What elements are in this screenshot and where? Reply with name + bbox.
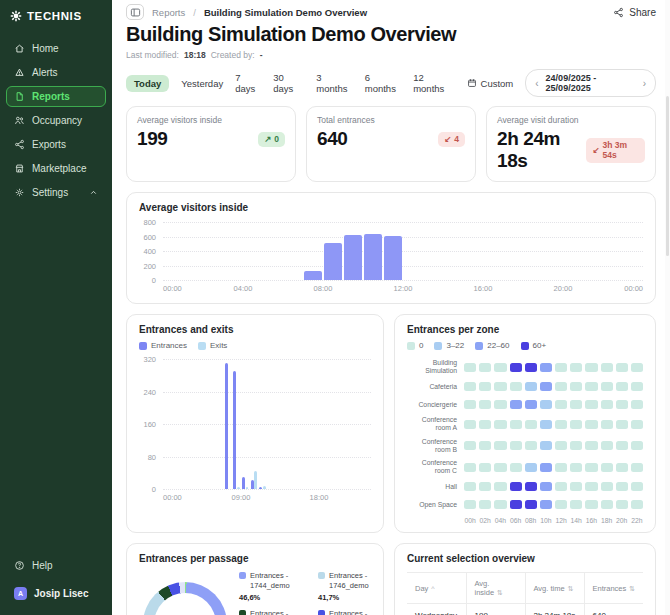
heatmap-cell	[616, 382, 628, 391]
passage-legend-item: Entrances - 1744_demo46,6%	[239, 571, 308, 602]
sort-asc-icon: ^	[431, 585, 434, 592]
alert-icon	[14, 67, 25, 78]
sidebar-footer: Help A Josip Lisec	[0, 555, 112, 605]
heatmap-cells	[464, 400, 643, 409]
legend-item[interactable]: 3–22	[434, 341, 464, 350]
heatmap-cells	[464, 500, 643, 509]
heatmap-cell	[494, 482, 506, 491]
heatmap-cell	[555, 482, 567, 491]
legend-swatch	[239, 572, 246, 579]
sidebar-item-reports[interactable]: Reports	[6, 86, 106, 107]
filter-yesterday[interactable]: Yesterday	[181, 78, 223, 89]
kpi-label: Average visit duration	[497, 115, 645, 125]
heatmap-cell	[479, 420, 491, 429]
heatmap-row: Conciergerie	[407, 398, 643, 411]
filter-3-months[interactable]: 3 months	[316, 72, 352, 94]
heatmap-cell	[525, 482, 537, 491]
page-scrollbar	[665, 0, 670, 615]
filter-today[interactable]: Today	[126, 75, 169, 92]
filter-12-months[interactable]: 12 months	[413, 72, 454, 94]
col-header-avg-time[interactable]: Avg. time⇅	[525, 573, 584, 604]
legend-swatch	[318, 572, 325, 579]
sidebar-toggle-button[interactable]	[126, 4, 144, 20]
y-tick-label: 240	[143, 387, 156, 396]
heatmap-cell	[631, 363, 643, 372]
filter-7-days[interactable]: 7 days	[235, 72, 261, 94]
hour-label: 04h	[494, 517, 506, 524]
passage-legend-row: Entrances - 1746_demo	[318, 571, 387, 591]
sidebar-item-marketplace[interactable]: Marketplace	[6, 158, 106, 179]
hour-label: 06h	[510, 517, 522, 524]
col-header-day[interactable]: Day^	[407, 573, 466, 604]
heatmap-cell	[616, 363, 628, 372]
zone-label: Open Space	[407, 501, 464, 509]
donut-ring: 1373	[143, 582, 227, 615]
page-scrollbar-thumb[interactable]	[666, 96, 669, 256]
y-tick-label: 200	[143, 261, 156, 270]
gridline	[163, 457, 371, 458]
bar	[242, 477, 245, 489]
sidebar-item-alerts[interactable]: Alerts	[6, 62, 106, 83]
prev-chevron-icon[interactable]: ‹	[535, 78, 538, 89]
bar	[259, 487, 262, 489]
filter-6-months[interactable]: 6 months	[365, 72, 401, 94]
heatmap-cell	[570, 400, 582, 409]
page-title: Building Simulation Demo Overview	[126, 23, 656, 46]
heatmap-row: Building Simulation	[407, 359, 643, 375]
heatmap-cell	[585, 463, 597, 472]
sidebar-item-label: Alerts	[32, 67, 58, 78]
legend-label: Entrances - 1746_demo	[329, 571, 387, 591]
next-chevron-icon[interactable]: ›	[643, 78, 646, 89]
kpi-value: 2h 24m 18s	[497, 128, 586, 172]
heatmap-cell	[631, 500, 643, 509]
avg-visitors-card: Average visitors inside 8006004002000 00…	[126, 192, 656, 304]
bar	[344, 235, 362, 280]
legend-item[interactable]: 22–60	[475, 341, 509, 350]
heatmap-cell	[631, 382, 643, 391]
filter-30-days[interactable]: 30 days	[273, 72, 304, 94]
kpi-delta: 3h 3m 54s	[603, 140, 639, 160]
sidebar-item-exports[interactable]: Exports	[6, 134, 106, 155]
heatmap-row: Cafeteria	[407, 380, 643, 393]
sidebar-item-home[interactable]: Home	[6, 38, 106, 59]
kpi-average-duration: Average visit duration 2h 24m 18s ↙3h 3m…	[486, 106, 656, 182]
gridline	[163, 359, 371, 360]
legend-swatch	[318, 610, 325, 615]
breadcrumb-section[interactable]: Reports	[152, 7, 185, 18]
zone-label: Conference room A	[407, 416, 464, 432]
trend-up-icon: ↗	[264, 134, 271, 144]
heatmap-cells	[464, 482, 643, 491]
sidebar-user[interactable]: A Josip Lisec	[6, 582, 106, 605]
sidebar-item-occupancy[interactable]: Occupancy	[6, 110, 106, 131]
sidebar-item-settings[interactable]: Settings	[6, 182, 106, 203]
col-header-avg-inside[interactable]: Avg. inside⇅	[466, 573, 525, 604]
filter-custom[interactable]: Custom	[467, 78, 514, 89]
bottom-row: Entrances per passage 1373 Entrances - 1…	[126, 543, 656, 615]
selection-table: Day^ Avg. inside⇅ Avg. time⇅ Entrances⇅ …	[407, 572, 643, 615]
app-window: TECHNIS Home Alerts Reports Occupancy Ex…	[0, 0, 670, 615]
legend-item[interactable]: 0	[407, 341, 423, 350]
col-header-entrances[interactable]: Entrances⇅	[584, 573, 643, 604]
date-range-picker[interactable]: ‹ 24/09/2025 - 25/09/2025 ›	[525, 69, 656, 97]
legend-item[interactable]: Entrances	[139, 341, 187, 350]
heatmap-cell	[494, 463, 506, 472]
kpi-delta-badge: ↙3h 3m 54s	[586, 138, 645, 163]
sidebar-item-label: Marketplace	[32, 163, 86, 174]
heatmap-cell	[540, 363, 552, 372]
sidebar-item-help[interactable]: Help	[6, 555, 106, 576]
sidebar-item-label: Occupancy	[32, 115, 82, 126]
sort-icon: ⇅	[629, 585, 635, 592]
legend-item[interactable]: 60+	[521, 341, 547, 350]
zone-label: Cafeteria	[407, 383, 464, 391]
kpi-value: 199	[137, 128, 168, 150]
legend-item[interactable]: Exits	[198, 341, 227, 350]
heatmap-cell	[601, 420, 613, 429]
x-axis: 00:0009:0018:00	[163, 493, 371, 504]
logo-text: TECHNIS	[27, 10, 82, 22]
heatmap-cell	[570, 363, 582, 372]
heatmap-row: Conference room A	[407, 416, 643, 432]
heatmap-cell	[540, 400, 552, 409]
heatmap-cell	[494, 363, 506, 372]
cell-avg-inside: 199	[466, 604, 525, 615]
share-button[interactable]: Share	[613, 7, 656, 18]
